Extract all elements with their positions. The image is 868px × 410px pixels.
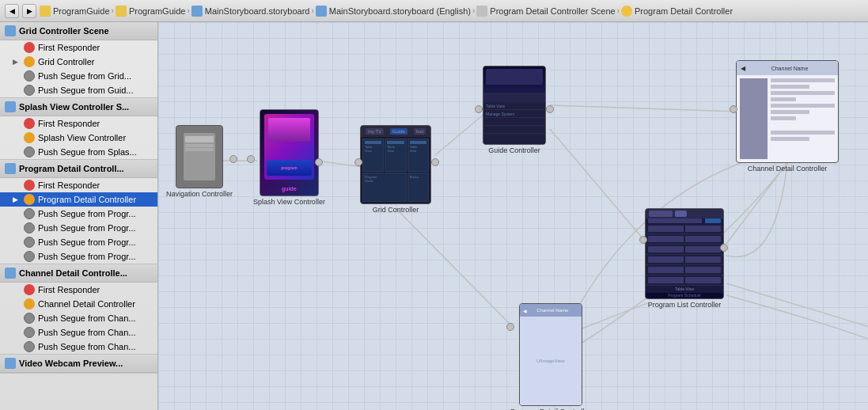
guide-controller-node[interactable]: Table View Manage System Guide Controlle… (483, 66, 546, 154)
svg-line-5 (550, 129, 647, 244)
main-content: Grid Controller Scene First Responder ▶ … (0, 22, 868, 410)
controller-icon (621, 6, 632, 17)
sidebar-item-gc-responder[interactable]: First Responder (0, 40, 157, 55)
sidebar: Grid Controller Scene First Responder ▶ … (0, 22, 158, 410)
folder-icon (40, 6, 51, 17)
sidebar-item-sv-responder[interactable]: First Responder (0, 116, 157, 131)
responder-icon (24, 180, 35, 191)
channel-back-button: ◀ (741, 65, 745, 72)
sidebar-item-pd-controller[interactable]: ▶ Program Detail Controller (0, 192, 157, 207)
sidebar-item-pd-segue1[interactable]: Push Segue from Progr... (0, 207, 157, 221)
breadcrumb-item-6[interactable]: Program Detail Controller (621, 6, 733, 17)
splash-view-controller-node[interactable]: program guide Splash View Controller (253, 109, 325, 206)
scene-header-grid[interactable]: Grid Controller Scene (0, 22, 157, 40)
scene-group-splash: Splash View Controller S... First Respon… (0, 98, 157, 160)
segue-icon (24, 237, 35, 248)
channel-name-label: Channel Name (771, 66, 809, 71)
segue-icon (24, 222, 35, 233)
breadcrumb-item-3[interactable]: MainStoryboard.storyboard (191, 6, 310, 17)
segue-icon (24, 146, 35, 158)
breadcrumb-item-2[interactable]: ProgramGuide (116, 6, 186, 17)
sidebar-item-pd-segue2[interactable]: Push Segue from Progr... (0, 221, 157, 235)
scene-header-program-detail[interactable]: Program Detail Controll... (0, 160, 157, 178)
connection-dot-8 (720, 244, 728, 252)
scene-header-video[interactable]: Video Webcam Preview... (0, 355, 157, 373)
scene-header-splash[interactable]: Splash View Controller S... (0, 98, 157, 116)
connection-dot (229, 155, 237, 163)
grid-controller-node[interactable]: my TV Guide last Table View Table View (360, 125, 431, 214)
grid-tab-2: Guide (390, 128, 407, 135)
breadcrumb-item-5[interactable]: Program Detail Controller Scene (476, 6, 615, 17)
svg-line-2 (435, 113, 485, 155)
toolbar: ◀ ▶ ProgramGuide › ProgramGuide › MainSt… (0, 0, 868, 22)
channel-thumbnail (740, 78, 768, 159)
connection-dot-1 (315, 158, 323, 166)
storyboard-icon (316, 6, 327, 17)
sidebar-item-pd-segue4[interactable]: Push Segue from Progr... (0, 249, 157, 264)
scene-group-program-detail: Program Detail Controll... First Respond… (0, 160, 157, 264)
sidebar-item-gc-segue2[interactable]: Push Segue from Guid... (0, 83, 157, 97)
responder-icon (24, 42, 35, 53)
guide-controller-label: Guide Controller (488, 146, 540, 154)
sidebar-item-cd-segue1[interactable]: Push Segue from Chan... (0, 311, 157, 325)
sidebar-item-sv-segue1[interactable]: Push Segue from Splas... (0, 145, 157, 159)
svg-line-8 (726, 283, 868, 339)
responder-icon (24, 118, 35, 129)
sidebar-item-pd-segue3[interactable]: Push Segue from Progr... (0, 235, 157, 249)
connection-dot-7 (639, 236, 647, 244)
svg-line-6 (726, 163, 787, 244)
sidebar-item-cd-segue2[interactable]: Push Segue from Chan... (0, 325, 157, 340)
sidebar-item-cd-controller[interactable]: Channel Detail Controller (0, 297, 157, 311)
segue-icon (24, 251, 35, 262)
scene-group-channel: Channel Detail Controlle... First Respon… (0, 264, 157, 355)
channel-detail-label: Channel Detail Controller (748, 165, 828, 173)
segue-icon (24, 341, 35, 352)
scene-group-video: Video Webcam Preview... (0, 355, 157, 374)
folder-icon (116, 6, 127, 17)
connection-dot-3 (431, 158, 439, 166)
nav-back-button[interactable]: ◀ (5, 4, 19, 18)
scene-group-grid: Grid Controller Scene First Responder ▶ … (0, 22, 157, 98)
segue-icon (24, 208, 35, 219)
grid-tab-1: my TV (366, 128, 384, 135)
breadcrumb-item-1[interactable]: ProgramGuide (40, 6, 110, 17)
sidebar-item-gc-controller[interactable]: ▶ Grid Controller (0, 55, 157, 69)
scene-icon-pd (5, 163, 16, 174)
sidebar-item-gc-segue1[interactable]: Push Segue from Grid... (0, 69, 157, 83)
scene-icon-grid (5, 25, 16, 36)
svg-line-3 (396, 208, 513, 327)
scene-items-grid: First Responder ▶ Grid Controller Push S… (0, 40, 157, 97)
sidebar-item-sv-controller[interactable]: Splash View Controller (0, 131, 157, 145)
splash-controller-label: Splash View Controller (253, 198, 325, 206)
channel-text-area (771, 78, 835, 159)
storyboard-canvas[interactable]: Navigation Controller program guide Spla… (158, 22, 868, 410)
segue-icon (24, 313, 35, 324)
connection-dot-4 (475, 105, 483, 113)
breadcrumb-item-4[interactable]: MainStoryboard.storyboard (English) (316, 6, 471, 17)
sidebar-item-cd-responder[interactable]: First Responder (0, 283, 157, 297)
program-list-label: Program List Controller (648, 301, 722, 309)
nav-forward-button[interactable]: ▶ (22, 4, 36, 18)
yellow-icon (24, 132, 35, 143)
navigation-controller-label: Navigation Controller (166, 190, 233, 198)
connection-dot-9 (506, 323, 514, 331)
pd-channel-name: Channel Name (536, 308, 568, 313)
sidebar-item-cd-segue3[interactable]: Push Segue from Chan... (0, 340, 157, 354)
svg-line-4 (550, 105, 738, 112)
scene-items-channel: First Responder Channel Detail Controlle… (0, 283, 157, 354)
sidebar-item-pd-responder[interactable]: First Responder (0, 178, 157, 192)
pd-header-text: ◀ (523, 308, 527, 313)
program-list-controller-node[interactable]: Table View Program Schedule Program List… (645, 208, 724, 309)
scene-header-channel[interactable]: Channel Detail Controlle... (0, 264, 157, 283)
navigation-controller-node[interactable]: Navigation Controller (166, 125, 233, 198)
pd-placeholder-text: UIImageView (536, 359, 565, 363)
grid-tab-3: last (414, 128, 426, 135)
program-detail-controller-node[interactable]: ◀ Channel Name UIImageView Program Detai… (510, 303, 591, 410)
connection-dot-2 (354, 158, 362, 166)
scene-icon-channel (5, 268, 16, 279)
connection-dot-5 (546, 105, 554, 113)
yellow-icon (24, 194, 35, 205)
scene-icon-video (5, 358, 16, 369)
scene-icon-splash (5, 101, 16, 112)
channel-detail-controller-node[interactable]: ◀ Channel Name (736, 60, 839, 173)
